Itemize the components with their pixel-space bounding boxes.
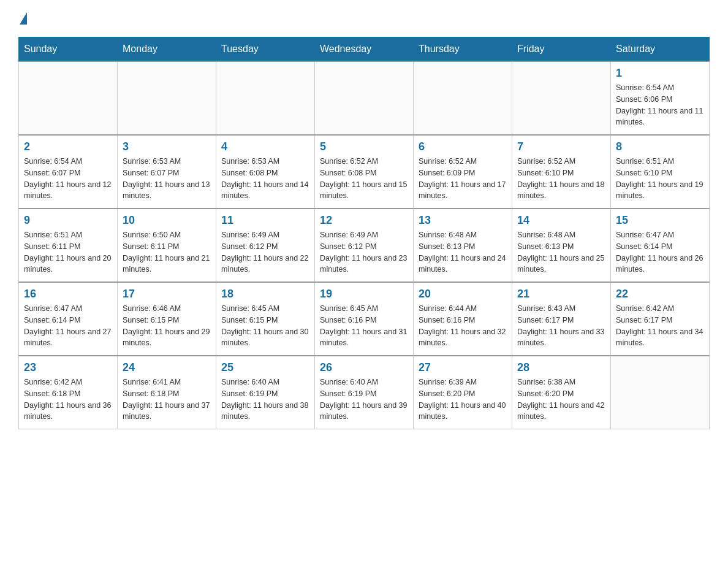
day-info: Sunrise: 6:49 AM Sunset: 6:12 PM Dayligh…: [320, 229, 408, 275]
day-info: Sunrise: 6:51 AM Sunset: 6:10 PM Dayligh…: [616, 156, 704, 202]
day-info: Sunrise: 6:47 AM Sunset: 6:14 PM Dayligh…: [616, 229, 704, 275]
calendar-cell: 18Sunrise: 6:45 AM Sunset: 6:15 PM Dayli…: [216, 282, 315, 356]
day-info: Sunrise: 6:38 AM Sunset: 6:20 PM Dayligh…: [517, 377, 605, 423]
day-info: Sunrise: 6:53 AM Sunset: 6:07 PM Dayligh…: [123, 156, 211, 202]
calendar-cell: [512, 61, 611, 135]
calendar-cell: [19, 61, 118, 135]
calendar-cell: 28Sunrise: 6:38 AM Sunset: 6:20 PM Dayli…: [512, 356, 611, 429]
calendar-cell: 6Sunrise: 6:52 AM Sunset: 6:09 PM Daylig…: [414, 135, 512, 209]
calendar-cell: 7Sunrise: 6:52 AM Sunset: 6:10 PM Daylig…: [512, 135, 611, 209]
calendar-cell: 24Sunrise: 6:41 AM Sunset: 6:18 PM Dayli…: [118, 356, 216, 429]
calendar-cell: 23Sunrise: 6:42 AM Sunset: 6:18 PM Dayli…: [19, 356, 118, 429]
day-info: Sunrise: 6:47 AM Sunset: 6:14 PM Dayligh…: [24, 303, 112, 349]
calendar-cell: 26Sunrise: 6:40 AM Sunset: 6:19 PM Dayli…: [315, 356, 414, 429]
day-info: Sunrise: 6:39 AM Sunset: 6:20 PM Dayligh…: [419, 377, 507, 423]
day-info: Sunrise: 6:51 AM Sunset: 6:11 PM Dayligh…: [24, 229, 112, 275]
day-number: 22: [616, 288, 704, 301]
day-info: Sunrise: 6:43 AM Sunset: 6:17 PM Dayligh…: [517, 303, 605, 349]
day-number: 27: [419, 361, 507, 374]
day-number: 18: [221, 288, 309, 301]
day-number: 15: [616, 214, 704, 227]
day-info: Sunrise: 6:52 AM Sunset: 6:09 PM Dayligh…: [419, 156, 507, 202]
day-of-week-header: Monday: [118, 37, 216, 62]
day-info: Sunrise: 6:50 AM Sunset: 6:11 PM Dayligh…: [123, 229, 211, 275]
day-info: Sunrise: 6:41 AM Sunset: 6:18 PM Dayligh…: [123, 377, 211, 423]
day-number: 19: [320, 288, 408, 301]
calendar-cell: 22Sunrise: 6:42 AM Sunset: 6:17 PM Dayli…: [611, 282, 710, 356]
calendar-cell: 12Sunrise: 6:49 AM Sunset: 6:12 PM Dayli…: [315, 209, 414, 282]
calendar-week-row: 23Sunrise: 6:42 AM Sunset: 6:18 PM Dayli…: [19, 356, 710, 429]
day-number: 5: [320, 140, 408, 153]
calendar-cell: 27Sunrise: 6:39 AM Sunset: 6:20 PM Dayli…: [414, 356, 512, 429]
calendar-cell: 3Sunrise: 6:53 AM Sunset: 6:07 PM Daylig…: [118, 135, 216, 209]
calendar-cell: 2Sunrise: 6:54 AM Sunset: 6:07 PM Daylig…: [19, 135, 118, 209]
calendar-cell: 4Sunrise: 6:53 AM Sunset: 6:08 PM Daylig…: [216, 135, 315, 209]
day-info: Sunrise: 6:42 AM Sunset: 6:18 PM Dayligh…: [24, 377, 112, 423]
day-info: Sunrise: 6:52 AM Sunset: 6:10 PM Dayligh…: [517, 156, 605, 202]
day-number: 13: [419, 214, 507, 227]
day-number: 17: [123, 288, 211, 301]
day-number: 24: [123, 361, 211, 374]
calendar-cell: [414, 61, 512, 135]
calendar-cell: 1Sunrise: 6:54 AM Sunset: 6:06 PM Daylig…: [611, 61, 710, 135]
calendar-cell: 13Sunrise: 6:48 AM Sunset: 6:13 PM Dayli…: [414, 209, 512, 282]
calendar-cell: [216, 61, 315, 135]
calendar-week-row: 1Sunrise: 6:54 AM Sunset: 6:06 PM Daylig…: [19, 61, 710, 135]
calendar-cell: 19Sunrise: 6:45 AM Sunset: 6:16 PM Dayli…: [315, 282, 414, 356]
calendar-cell: [315, 61, 414, 135]
day-of-week-header: Saturday: [611, 37, 710, 62]
day-number: 2: [24, 140, 112, 153]
calendar-cell: [118, 61, 216, 135]
day-of-week-header: Tuesday: [216, 37, 315, 62]
day-info: Sunrise: 6:40 AM Sunset: 6:19 PM Dayligh…: [320, 377, 408, 423]
day-number: 21: [517, 288, 605, 301]
day-info: Sunrise: 6:48 AM Sunset: 6:13 PM Dayligh…: [517, 229, 605, 275]
day-info: Sunrise: 6:44 AM Sunset: 6:16 PM Dayligh…: [419, 303, 507, 349]
calendar-cell: 11Sunrise: 6:49 AM Sunset: 6:12 PM Dayli…: [216, 209, 315, 282]
calendar-cell: 9Sunrise: 6:51 AM Sunset: 6:11 PM Daylig…: [19, 209, 118, 282]
calendar-cell: 25Sunrise: 6:40 AM Sunset: 6:19 PM Dayli…: [216, 356, 315, 429]
page-header: [18, 12, 710, 25]
day-info: Sunrise: 6:45 AM Sunset: 6:15 PM Dayligh…: [221, 303, 309, 349]
day-info: Sunrise: 6:53 AM Sunset: 6:08 PM Dayligh…: [221, 156, 309, 202]
calendar-week-row: 16Sunrise: 6:47 AM Sunset: 6:14 PM Dayli…: [19, 282, 710, 356]
calendar-cell: 21Sunrise: 6:43 AM Sunset: 6:17 PM Dayli…: [512, 282, 611, 356]
logo: [18, 12, 27, 25]
day-info: Sunrise: 6:46 AM Sunset: 6:15 PM Dayligh…: [123, 303, 211, 349]
calendar-week-row: 2Sunrise: 6:54 AM Sunset: 6:07 PM Daylig…: [19, 135, 710, 209]
day-number: 4: [221, 140, 309, 153]
day-of-week-header: Friday: [512, 37, 611, 62]
day-number: 16: [24, 288, 112, 301]
day-info: Sunrise: 6:54 AM Sunset: 6:07 PM Dayligh…: [24, 156, 112, 202]
calendar-cell: 5Sunrise: 6:52 AM Sunset: 6:08 PM Daylig…: [315, 135, 414, 209]
logo-block: [18, 12, 27, 25]
day-info: Sunrise: 6:42 AM Sunset: 6:17 PM Dayligh…: [616, 303, 704, 349]
calendar-header-row: SundayMondayTuesdayWednesdayThursdayFrid…: [19, 37, 710, 62]
day-info: Sunrise: 6:48 AM Sunset: 6:13 PM Dayligh…: [419, 229, 507, 275]
day-number: 14: [517, 214, 605, 227]
calendar-cell: 8Sunrise: 6:51 AM Sunset: 6:10 PM Daylig…: [611, 135, 710, 209]
day-number: 1: [616, 67, 704, 80]
day-info: Sunrise: 6:40 AM Sunset: 6:19 PM Dayligh…: [221, 377, 309, 423]
day-number: 28: [517, 361, 605, 374]
day-number: 23: [24, 361, 112, 374]
day-info: Sunrise: 6:49 AM Sunset: 6:12 PM Dayligh…: [221, 229, 309, 275]
day-number: 25: [221, 361, 309, 374]
day-number: 26: [320, 361, 408, 374]
day-info: Sunrise: 6:54 AM Sunset: 6:06 PM Dayligh…: [616, 82, 704, 128]
day-number: 8: [616, 140, 704, 153]
calendar-cell: 20Sunrise: 6:44 AM Sunset: 6:16 PM Dayli…: [414, 282, 512, 356]
day-number: 11: [221, 214, 309, 227]
day-number: 12: [320, 214, 408, 227]
day-number: 9: [24, 214, 112, 227]
day-of-week-header: Wednesday: [315, 37, 414, 62]
day-number: 7: [517, 140, 605, 153]
calendar-cell: 14Sunrise: 6:48 AM Sunset: 6:13 PM Dayli…: [512, 209, 611, 282]
day-number: 6: [419, 140, 507, 153]
calendar-cell: 17Sunrise: 6:46 AM Sunset: 6:15 PM Dayli…: [118, 282, 216, 356]
calendar-week-row: 9Sunrise: 6:51 AM Sunset: 6:11 PM Daylig…: [19, 209, 710, 282]
day-info: Sunrise: 6:45 AM Sunset: 6:16 PM Dayligh…: [320, 303, 408, 349]
logo-triangle-icon: [20, 12, 27, 25]
day-of-week-header: Sunday: [19, 37, 118, 62]
calendar-cell: 16Sunrise: 6:47 AM Sunset: 6:14 PM Dayli…: [19, 282, 118, 356]
